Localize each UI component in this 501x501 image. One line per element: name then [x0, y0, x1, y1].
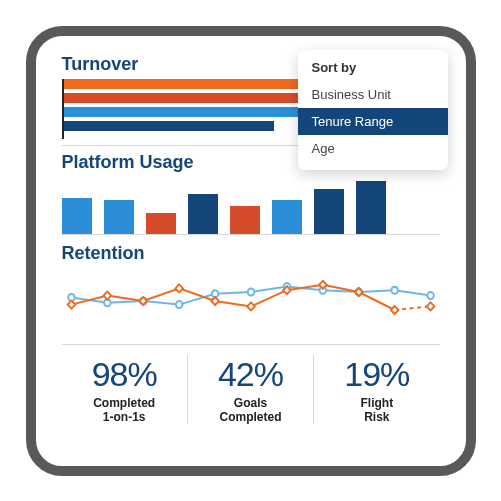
usage-bar [188, 194, 218, 233]
turnover-bar [64, 79, 308, 89]
stat-label: Goals Completed [194, 396, 307, 425]
stat-flight-risk: 19% Flight Risk [313, 355, 439, 425]
sort-popover: Sort by Business Unit Tenure Range Age [298, 50, 448, 170]
retention-marker-circle [391, 286, 398, 293]
retention-marker-diamond [175, 284, 183, 292]
stat-completed-1on1s: 98% Completed 1-on-1s [62, 355, 187, 425]
usage-bar [104, 200, 134, 234]
stat-label: Flight Risk [320, 396, 433, 425]
retention-marker-diamond [426, 302, 434, 310]
stat-goals-completed: 42% Goals Completed [187, 355, 313, 425]
retention-line [71, 284, 394, 309]
retention-line-dashed [394, 306, 430, 310]
usage-bar [314, 189, 344, 234]
stat-value: 42% [194, 355, 307, 394]
sort-title: Sort by [298, 60, 448, 81]
usage-bar [272, 200, 302, 234]
retention-marker-diamond [103, 291, 111, 299]
usage-bar [62, 198, 92, 233]
dashboard-card: Sort by Business Unit Tenure Range Age T… [26, 26, 476, 476]
retention-marker-diamond [247, 302, 255, 310]
stat-label: Completed 1-on-1s [68, 396, 181, 425]
retention-marker-diamond [390, 306, 398, 314]
stats-row: 98% Completed 1-on-1s 42% Goals Complete… [62, 355, 440, 425]
retention-marker-circle [247, 288, 254, 295]
usage-bar [146, 213, 176, 234]
retention-chart [62, 268, 440, 334]
retention-marker-diamond [211, 297, 219, 305]
turnover-bar [64, 121, 275, 131]
sort-option-age[interactable]: Age [298, 135, 448, 162]
retention-marker-circle [175, 301, 182, 308]
divider [62, 344, 440, 345]
usage-bar [356, 181, 386, 233]
stat-value: 98% [68, 355, 181, 394]
retention-marker-diamond [67, 300, 75, 308]
sort-option-business-unit[interactable]: Business Unit [298, 81, 448, 108]
retention-marker-circle [427, 292, 434, 299]
turnover-bar [64, 107, 320, 117]
turnover-bar [64, 93, 335, 103]
stat-value: 19% [320, 355, 433, 394]
sort-option-tenure-range[interactable]: Tenure Range [298, 108, 448, 135]
retention-title: Retention [62, 243, 440, 264]
usage-chart [62, 177, 440, 235]
usage-bar [230, 206, 260, 234]
